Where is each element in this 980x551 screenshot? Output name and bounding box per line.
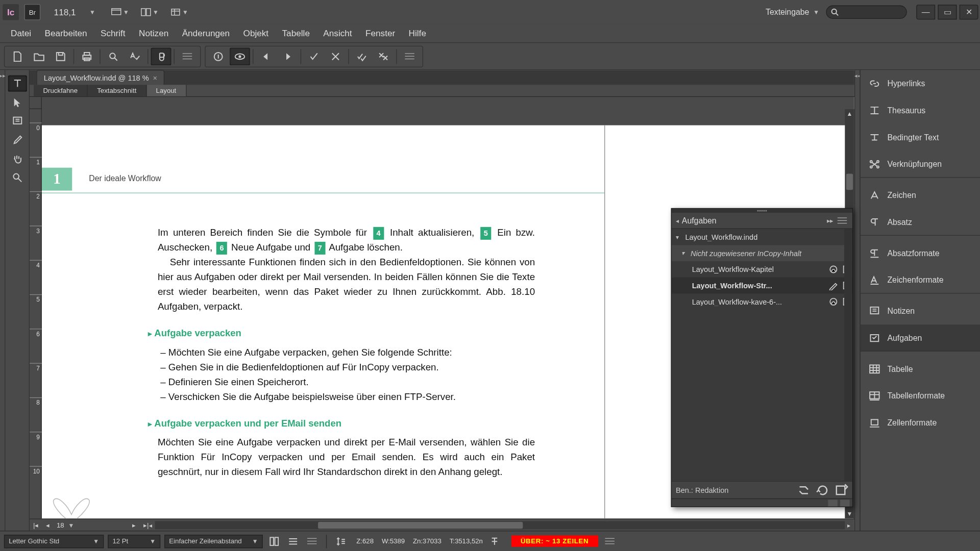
spellcheck-icon[interactable] bbox=[125, 47, 145, 65]
minimize-button[interactable]: — bbox=[916, 5, 935, 19]
document-tab[interactable]: Layout_Workflow.indd @ 118 % × bbox=[36, 70, 164, 85]
next-page-button[interactable]: ▸ bbox=[128, 519, 140, 530]
panel-zellenformate[interactable]: Zellenformate bbox=[861, 410, 980, 437]
expand-toolbox-icon[interactable]: ▸▸ bbox=[0, 70, 6, 531]
scroll-down-icon[interactable]: ▼ bbox=[845, 509, 854, 518]
position-tool[interactable] bbox=[8, 94, 27, 111]
view-tab-textabschnitt[interactable]: Textabschnitt bbox=[88, 85, 146, 96]
tree-group[interactable]: ▾Nicht zugewiesener InCopy-Inhalt bbox=[672, 245, 852, 261]
maximize-button[interactable]: ▭ bbox=[938, 5, 957, 19]
note-tool[interactable] bbox=[8, 113, 27, 130]
view-options-icon[interactable]: ▼ bbox=[171, 6, 188, 19]
workspace-switcher[interactable]: Texteingabe ▼ bbox=[766, 8, 819, 17]
story-depth-icon[interactable] bbox=[333, 534, 348, 547]
menu-fenster[interactable]: Fenster bbox=[359, 26, 402, 41]
panel-scrollbar[interactable] bbox=[844, 229, 852, 481]
track-changes-icon[interactable] bbox=[230, 47, 250, 65]
edit-icon[interactable] bbox=[828, 280, 839, 291]
scrollbar-thumb[interactable] bbox=[318, 521, 523, 528]
menu-hilfe[interactable]: Hilfe bbox=[402, 26, 433, 41]
columns-icon[interactable] bbox=[267, 534, 282, 547]
bridge-icon[interactable]: Br bbox=[24, 4, 41, 20]
panel-thesaurus[interactable]: Thesaurus bbox=[861, 97, 980, 124]
zoom-tool[interactable] bbox=[8, 170, 27, 186]
panel-aufgaben[interactable]: Aufgaben bbox=[861, 324, 980, 352]
menu-notizen[interactable]: Notizen bbox=[132, 26, 176, 41]
accept-all-icon[interactable] bbox=[352, 47, 372, 65]
menu-datei[interactable]: Datei bbox=[4, 26, 38, 41]
align-icon[interactable] bbox=[286, 534, 301, 547]
accept-change-icon[interactable] bbox=[304, 47, 324, 65]
panel-verknüpfungen[interactable]: Verknüpfungen bbox=[861, 151, 980, 178]
refresh-icon[interactable] bbox=[816, 484, 829, 496]
menu-tabelle[interactable]: Tabelle bbox=[275, 26, 316, 41]
print-icon[interactable] bbox=[77, 47, 97, 65]
view-tab-druckfahne[interactable]: Druckfahne bbox=[34, 85, 88, 96]
bar-menu-icon[interactable] bbox=[602, 534, 617, 547]
menu-änderungen[interactable]: Änderungen bbox=[175, 26, 236, 41]
panel-hyperlinks[interactable]: Hyperlinks bbox=[861, 70, 980, 97]
arrange-icon[interactable]: ▼ bbox=[141, 6, 158, 19]
leading-combo[interactable]: Einfacher Zeilenabstand▼ bbox=[164, 534, 263, 547]
next-change-icon[interactable] bbox=[278, 47, 298, 65]
font-combo[interactable]: Letter Gothic Std▼ bbox=[4, 534, 104, 547]
scrollbar-thumb[interactable] bbox=[846, 174, 853, 190]
checked-out-icon[interactable] bbox=[828, 264, 839, 274]
reject-all-icon[interactable] bbox=[373, 47, 394, 65]
page-field[interactable]: 18▼ bbox=[54, 521, 128, 529]
assignment-item[interactable]: Layout_Workflow-Kapitel bbox=[672, 261, 852, 278]
first-page-button[interactable]: |◂ bbox=[30, 519, 42, 530]
bar-menu-icon[interactable] bbox=[305, 534, 320, 547]
hand-tool[interactable] bbox=[8, 151, 27, 167]
panel-zeichenformate[interactable]: Zeichenformate bbox=[861, 267, 980, 294]
reject-change-icon[interactable] bbox=[326, 47, 346, 65]
panel-tabellenformate[interactable]: Tabellenformate bbox=[861, 383, 980, 410]
find-icon[interactable] bbox=[103, 47, 124, 65]
show-hidden-chars-icon[interactable] bbox=[151, 47, 172, 65]
assignments-panel[interactable]: ◂ Aufgaben ▸▸ ▾Layout_Workflow.indd ▾Nic… bbox=[671, 208, 853, 507]
new-file-icon[interactable] bbox=[8, 47, 28, 65]
new-assignment-icon[interactable] bbox=[835, 484, 848, 496]
checkin-toggle-icon[interactable] bbox=[208, 47, 229, 65]
collapse-icon[interactable]: ◂ bbox=[676, 217, 679, 224]
prev-change-icon[interactable] bbox=[256, 47, 277, 65]
prev-page-button[interactable]: ◂ bbox=[42, 519, 54, 530]
update-icon[interactable] bbox=[797, 484, 811, 496]
panel-notizen[interactable]: Notizen bbox=[861, 297, 980, 324]
segment-menu-icon[interactable] bbox=[177, 47, 198, 65]
eyedropper-tool[interactable] bbox=[8, 132, 27, 148]
horizontal-scrollbar[interactable]: ◂ ▸ bbox=[155, 521, 845, 529]
segment-menu-icon[interactable] bbox=[400, 47, 420, 65]
panel-absatzformate[interactable]: Absatzformate bbox=[861, 240, 980, 267]
panel-menu-icon[interactable] bbox=[836, 214, 848, 227]
expand-panels-icon[interactable]: ◂◂ bbox=[854, 70, 860, 531]
menu-schrift[interactable]: Schrift bbox=[94, 26, 132, 41]
scroll-right-icon[interactable]: ▸ bbox=[845, 521, 853, 529]
view-tab-layout[interactable]: Layout bbox=[146, 85, 186, 96]
menu-bearbeiten[interactable]: Bearbeiten bbox=[38, 26, 93, 41]
zoom-level[interactable]: 118,1 ▼ bbox=[50, 6, 100, 18]
search-input[interactable] bbox=[826, 6, 906, 19]
panel-absatz[interactable]: Absatz bbox=[861, 209, 980, 236]
close-button[interactable]: ✕ bbox=[960, 5, 978, 19]
checked-out-icon[interactable] bbox=[828, 296, 839, 307]
svg-rect-29 bbox=[270, 537, 274, 545]
open-file-icon[interactable] bbox=[29, 47, 50, 65]
screen-mode-icon[interactable]: ▼ bbox=[111, 6, 129, 19]
menu-objekt[interactable]: Objekt bbox=[236, 26, 275, 41]
assignment-item[interactable]: Layout_Workflow-Str... bbox=[672, 278, 852, 294]
panel-bedingter-text[interactable]: Bedingter Text bbox=[861, 124, 980, 151]
tree-root[interactable]: ▾Layout_Workflow.indd bbox=[672, 229, 852, 245]
save-icon[interactable] bbox=[51, 47, 71, 65]
assignment-item[interactable]: Layout_Workflow-kave-6-... bbox=[672, 294, 852, 310]
close-tab-icon[interactable]: × bbox=[153, 74, 157, 82]
collapse-panel-icon[interactable]: ▸▸ bbox=[824, 214, 836, 227]
size-combo[interactable]: 12 Pt▼ bbox=[108, 534, 160, 547]
scroll-up-icon[interactable]: ▲ bbox=[845, 109, 854, 118]
panel-tabelle[interactable]: Tabelle bbox=[861, 356, 980, 383]
scroll-left-icon[interactable]: ◂ bbox=[147, 521, 155, 529]
body-text[interactable]: Im unteren Bereich finden Sie die Symbol… bbox=[158, 225, 535, 479]
panel-zeichen[interactable]: Zeichen bbox=[861, 182, 980, 209]
menu-ansicht[interactable]: Ansicht bbox=[316, 26, 359, 41]
type-tool[interactable] bbox=[8, 76, 27, 92]
